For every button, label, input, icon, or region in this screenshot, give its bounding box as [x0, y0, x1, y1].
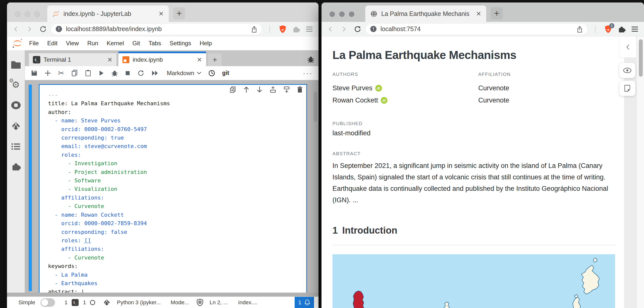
page-scrollbar-track[interactable]	[637, 36, 644, 308]
visibility-button[interactable]	[619, 63, 636, 78]
menu-hamburger-icon[interactable]	[631, 26, 638, 32]
notebook-scrollbar-thumb[interactable]	[314, 92, 317, 122]
zoom-window-button[interactable]	[349, 12, 354, 17]
menu-run[interactable]: Run	[83, 40, 102, 46]
new-tab-button[interactable]: +	[173, 8, 185, 20]
git-branch-status-icon[interactable]	[103, 299, 110, 306]
minimize-window-button[interactable]	[25, 12, 30, 17]
site-info-icon[interactable]: !	[370, 26, 377, 32]
traffic-lights[interactable]	[15, 12, 40, 17]
minimize-window-button[interactable]	[339, 12, 345, 17]
cell-type-dropdown[interactable]: Markdown	[167, 70, 201, 77]
menu-view[interactable]: View	[62, 40, 83, 46]
site-info-icon[interactable]: !	[56, 26, 62, 32]
zoom-window-button[interactable]	[34, 12, 40, 17]
move-cell-up-icon[interactable]	[243, 86, 250, 93]
annotation-button[interactable]	[619, 80, 636, 96]
tab-terminal-1[interactable]: $_ Terminal 1 ✕	[29, 53, 116, 66]
tab-close-icon[interactable]: ✕	[158, 10, 164, 18]
yaml-frontmatter[interactable]: ---title: La Palma Earthquake Mechanisms…	[40, 85, 306, 292]
tab-close-icon[interactable]: ✕	[107, 56, 112, 64]
terminal-status-icon[interactable]: $_	[72, 299, 79, 306]
share-icon[interactable]	[251, 26, 258, 33]
history-clock-icon[interactable]	[208, 70, 215, 77]
forward-icon[interactable]	[26, 26, 33, 32]
orcid-icon[interactable]: iD	[381, 97, 388, 104]
orcid-icon[interactable]: iD	[375, 85, 382, 92]
copy-cell-icon[interactable]	[71, 70, 78, 77]
cell-collapser-bar[interactable]	[28, 84, 32, 291]
traffic-lights[interactable]	[330, 12, 354, 17]
menu-tabs[interactable]: Tabs	[144, 40, 166, 46]
extensions-puzzle-icon[interactable]	[292, 26, 300, 33]
collapse-panel-button[interactable]	[619, 36, 636, 58]
tab-close-icon[interactable]: ✕	[197, 56, 202, 64]
new-tab-button[interactable]: +	[491, 8, 503, 20]
browser-tab[interactable]: La Palma Earthquake Mechanis ✕	[365, 6, 486, 22]
debug-cell-bug-icon[interactable]	[111, 70, 118, 77]
restart-kernel-icon[interactable]	[137, 70, 144, 77]
brave-shield-button[interactable]: 1	[604, 25, 612, 33]
save-icon[interactable]	[31, 70, 38, 76]
chevron-down-icon	[197, 72, 201, 75]
brave-shield-icon[interactable]	[279, 25, 287, 33]
menu-kernel[interactable]: Kernel	[102, 40, 128, 46]
browser-toolbar: ! localhost:7574 1	[322, 22, 644, 36]
debugger-bug-icon[interactable]	[307, 55, 314, 63]
command-mode-status[interactable]: Mode...	[171, 299, 189, 306]
cursor-position-status[interactable]: Ln 2, ...	[210, 299, 228, 306]
menu-git[interactable]: Git	[128, 40, 144, 46]
add-tab-button[interactable]: +	[208, 53, 222, 66]
terminal-count[interactable]: 1	[64, 299, 68, 306]
reload-icon[interactable]	[354, 26, 361, 33]
delete-cell-trash-icon[interactable]	[297, 86, 303, 93]
kernel-circle-icon[interactable]	[90, 300, 96, 306]
url-bar[interactable]: ! localhost:8889/lab/tree/index.ipynb	[51, 24, 262, 34]
menu-help[interactable]: Help	[195, 40, 216, 46]
tab-close-icon[interactable]: ✕	[476, 10, 481, 18]
insert-cell-below-icon[interactable]	[283, 86, 290, 93]
back-icon[interactable]	[12, 26, 20, 32]
move-cell-down-icon[interactable]	[256, 86, 263, 93]
duplicate-cell-icon[interactable]	[230, 86, 236, 94]
url-bar[interactable]: ! localhost:7574	[366, 24, 587, 34]
running-sessions-icon[interactable]	[11, 101, 21, 110]
share-icon[interactable]	[576, 26, 583, 33]
property-inspector-gears-icon[interactable]: ⚙⚙	[12, 80, 20, 89]
extensions-puzzle-icon[interactable]	[618, 26, 626, 33]
page-scrollbar-thumb[interactable]	[639, 39, 643, 77]
extension-manager-puzzle-icon[interactable]	[11, 162, 21, 171]
run-cell-icon[interactable]	[98, 70, 104, 76]
more-commands-ellipsis[interactable]: ···	[303, 69, 312, 77]
yaml-line: orcid: 0000-0002-7859-8394	[48, 219, 306, 228]
cut-cell-icon[interactable]: ✂	[58, 70, 64, 77]
browser-toolbar: ! localhost:8889/lab/tree/index.ipynb	[7, 22, 318, 36]
reload-icon[interactable]	[39, 26, 47, 33]
notifications-badge[interactable]: 1	[295, 297, 314, 308]
git-toolbar-button[interactable]: git	[222, 70, 229, 76]
menu-file[interactable]: File	[25, 40, 43, 46]
paste-cell-icon[interactable]	[85, 70, 91, 77]
active-file-status[interactable]: index....	[238, 299, 258, 306]
close-window-button[interactable]	[330, 12, 335, 17]
stop-kernel-icon[interactable]	[125, 70, 130, 76]
browser-tab[interactable]: index.ipynb - JupyterLab ✕	[47, 6, 169, 22]
restart-run-all-icon[interactable]	[151, 70, 159, 76]
tab-index-ipynb[interactable]: index.ipynb ✕	[118, 52, 206, 66]
markdown-cell-editor[interactable]: ---title: La Palma Earthquake Mechanisms…	[39, 84, 307, 292]
kernel-name-status[interactable]: Python 3 (ipyker...	[117, 299, 161, 306]
close-window-button[interactable]	[15, 12, 20, 17]
insert-cell-above-icon[interactable]	[270, 86, 276, 93]
back-icon[interactable]	[327, 26, 334, 32]
add-cell-icon[interactable]	[44, 70, 51, 76]
menu-edit[interactable]: Edit	[43, 40, 62, 46]
file-browser-icon[interactable]	[11, 61, 21, 69]
git-sidebar-icon[interactable]	[11, 121, 21, 131]
kernel-count[interactable]: 1	[83, 299, 86, 306]
simple-mode-toggle[interactable]	[40, 298, 55, 307]
menu-hamburger-icon[interactable]	[306, 26, 313, 32]
forward-icon[interactable]	[340, 26, 348, 32]
menu-settings[interactable]: Settings	[165, 40, 195, 46]
table-of-contents-icon[interactable]	[11, 143, 21, 150]
trust-shield-icon[interactable]	[196, 298, 204, 306]
